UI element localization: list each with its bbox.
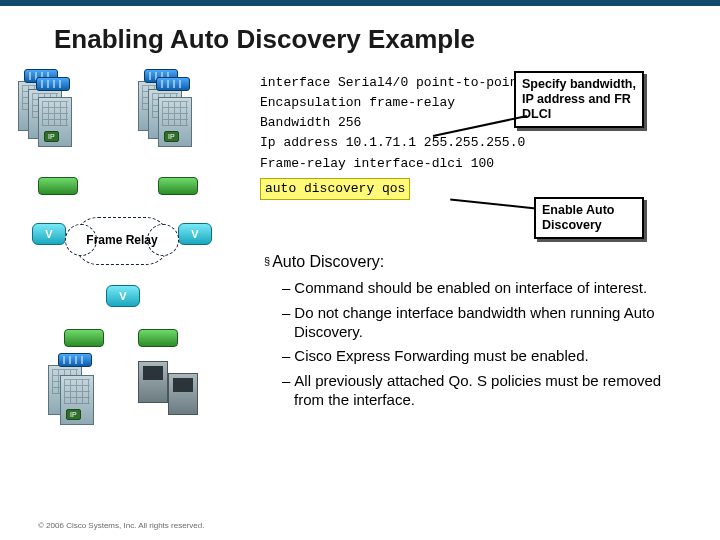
router-icon: V — [32, 223, 66, 245]
bullets-section: §Auto Discovery: Command should be enabl… — [264, 253, 694, 416]
network-diagram: IP IP V V Frame Relay V — [18, 73, 248, 473]
callout-connector — [450, 199, 536, 210]
switch-icon — [36, 77, 70, 91]
content-area: IP IP V V Frame Relay V — [0, 73, 720, 533]
copyright-footer: © 2006 Cisco Systems, Inc. All rights re… — [38, 521, 204, 530]
slide-title: Enabling Auto Discovery Example — [0, 16, 720, 73]
access-switch-icon — [138, 329, 178, 347]
top-accent-bar — [0, 0, 720, 6]
frame-relay-cloud: Frame Relay — [74, 217, 170, 265]
cloud-label: Frame Relay — [86, 234, 157, 247]
bullet-item: Do not change interface bandwidth when r… — [282, 304, 694, 342]
bullets-heading: §Auto Discovery: — [264, 253, 694, 271]
access-switch-icon — [158, 177, 198, 195]
bullet-item: Command should be enabled on interface o… — [282, 279, 694, 298]
access-switch-icon — [38, 177, 78, 195]
code-line: Ip address 10.1.71.1 255.255.255.0 — [260, 133, 710, 153]
callout-bandwidth: Specify bandwidth, IP address and FR DLC… — [514, 71, 644, 128]
bullet-item: All previously attached Qo. S policies m… — [282, 372, 694, 410]
switch-icon — [58, 353, 92, 367]
ip-badge: IP — [66, 409, 81, 420]
ip-badge: IP — [44, 131, 59, 142]
highlighted-command: auto discovery qos — [260, 178, 410, 200]
router-icon: V — [178, 223, 212, 245]
ip-badge: IP — [164, 131, 179, 142]
callout-autodiscovery: Enable Auto Discovery — [534, 197, 644, 239]
access-switch-icon — [64, 329, 104, 347]
switch-icon — [156, 77, 190, 91]
bullet-item: Cisco Express Forwarding must be enabled… — [282, 347, 694, 366]
code-line: Frame-relay interface-dlci 100 — [260, 154, 710, 174]
server-icon — [168, 373, 198, 415]
router-icon: V — [106, 285, 140, 307]
server-icon — [138, 361, 168, 403]
